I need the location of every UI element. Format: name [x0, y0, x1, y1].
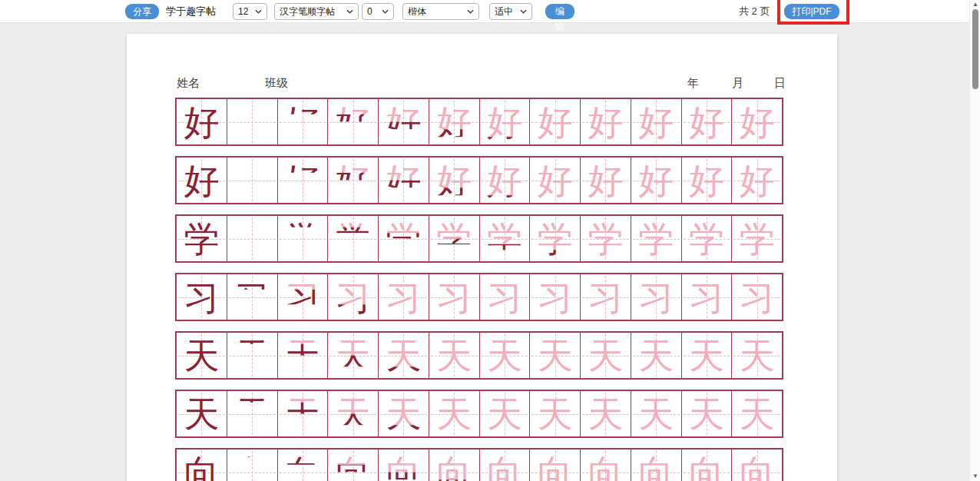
practice-cell: 好好	[227, 99, 278, 144]
practice-row: 天天天天天天天天天天天天天天天天	[175, 390, 783, 438]
scrollbar-thumb[interactable]	[972, 9, 978, 89]
practice-cell: 向向	[429, 449, 480, 481]
print-pdf-button[interactable]: 打印|PDF	[784, 4, 839, 19]
chevron-down-icon	[382, 9, 389, 14]
character-trace: 好	[328, 99, 378, 144]
practice-cell: 天	[581, 391, 631, 436]
character-trace: 学	[379, 216, 429, 261]
practice-cell: 向向	[480, 449, 531, 481]
practice-cell: 学学	[530, 216, 581, 261]
toolbar: 分享 学于趣字帖 12 汉字笔顺字帖 0 楷体 适中 编辑 共 2 页 打印|P…	[0, 0, 969, 23]
character-trace: 习	[631, 274, 681, 320]
character-trace: 天	[682, 333, 732, 378]
practice-cell: 好好	[278, 158, 329, 203]
character-trace: 好	[682, 158, 732, 203]
practice-cell: 向	[631, 449, 682, 481]
practice-row: 好好好好好好好好好好好好好好好好好好	[175, 156, 783, 204]
practice-cell: 学学	[429, 216, 480, 261]
character-ink: 好	[177, 158, 227, 203]
practice-cell: 天天	[278, 391, 329, 436]
practice-cell: 天天	[328, 391, 379, 436]
character-trace: 天	[480, 391, 530, 436]
practice-cell: 学学	[328, 216, 379, 261]
character-trace: 好	[581, 158, 631, 203]
share-button[interactable]: 分享	[125, 4, 159, 19]
practice-cell: 好好	[379, 158, 429, 203]
practice-row: 学学学学学学学学学学学学学学学学学学学学	[175, 214, 783, 263]
practice-cell: 天	[429, 333, 480, 378]
character-ink: 天	[227, 333, 277, 378]
character-ink: 学	[177, 216, 227, 261]
practice-grid: 好好好好好好好好好好好好好好好好好好好好好好好好好好好好好好好好好好好好学学学学…	[175, 98, 783, 481]
character-trace: 习	[429, 274, 479, 320]
content-area[interactable]: 姓名 班级 年 月 日 好好好好好好好好好好好好好好好好好好好好好好好好好好好好…	[0, 24, 969, 481]
spacing-value: 适中	[495, 5, 513, 18]
practice-cell: 习	[530, 274, 581, 320]
offset-select[interactable]: 0	[362, 3, 394, 20]
practice-cell: 学	[732, 216, 782, 261]
character-trace: 天	[732, 333, 782, 378]
offset-value: 0	[367, 6, 372, 17]
character-trace: 好	[631, 99, 681, 144]
app-title: 学于趣字帖	[166, 0, 216, 23]
name-label: 姓名	[177, 76, 200, 91]
practice-cell: 天	[480, 391, 531, 436]
character-trace: 向	[631, 449, 681, 481]
practice-cell: 好	[732, 158, 782, 203]
character-trace: 向	[581, 449, 631, 481]
character-ink: 天	[177, 333, 227, 378]
practice-cell: 学学	[278, 216, 329, 261]
chevron-down-icon	[520, 9, 527, 14]
practice-cell: 天	[732, 333, 782, 378]
worksheet-page: 姓名 班级 年 月 日 好好好好好好好好好好好好好好好好好好好好好好好好好好好好…	[127, 34, 837, 481]
font-family-select[interactable]: 楷体	[402, 3, 479, 20]
scrollbar[interactable]: ▲ ▼	[969, 0, 980, 481]
character-trace: 天	[732, 391, 782, 436]
character-trace: 天	[530, 333, 580, 378]
practice-cell: 天	[581, 333, 631, 378]
chevron-down-icon	[467, 9, 474, 14]
practice-cell: 向	[682, 449, 733, 481]
character-trace: 好	[278, 99, 328, 144]
practice-row: 天天天天天天天天天天天天天天天天	[175, 331, 783, 380]
practice-cell: 天天	[379, 391, 429, 436]
chevron-down-icon	[255, 9, 262, 14]
character-ink: 学	[278, 216, 328, 261]
character-trace: 好	[429, 158, 479, 203]
practice-cell: 向	[177, 449, 227, 481]
character-trace: 向	[429, 449, 479, 481]
scroll-down-arrow[interactable]: ▼	[970, 472, 980, 481]
practice-cell: 天	[682, 333, 733, 378]
spacing-select[interactable]: 适中	[489, 3, 532, 20]
practice-cell: 向向	[379, 449, 429, 481]
practice-cell: 天	[177, 333, 227, 378]
practice-cell: 学	[177, 216, 227, 261]
practice-cell: 好好	[480, 99, 531, 144]
practice-cell: 天天	[328, 333, 379, 378]
practice-cell: 天	[429, 391, 480, 436]
chevron-down-icon	[346, 9, 353, 14]
font-size-select[interactable]: 12	[233, 3, 267, 20]
scroll-up-arrow[interactable]: ▲	[970, 0, 980, 9]
practice-cell: 天天	[227, 333, 278, 378]
practice-cell: 好	[177, 99, 227, 144]
character-trace: 好	[530, 158, 580, 203]
worksheet-type-select[interactable]: 汉字笔顺字帖	[274, 3, 359, 20]
practice-cell: 学学	[227, 216, 278, 261]
character-trace: 好	[732, 99, 782, 144]
character-trace: 向	[732, 449, 782, 481]
practice-cell: 好	[530, 99, 581, 144]
edit-button[interactable]: 编辑	[545, 4, 574, 19]
character-trace: 习	[732, 274, 782, 320]
practice-cell: 天	[530, 391, 581, 436]
character-trace: 学	[631, 216, 681, 261]
practice-cell: 好	[581, 99, 631, 144]
character-trace: 习	[682, 274, 732, 320]
character-trace: 天	[480, 333, 530, 378]
practice-cell: 向向	[278, 449, 329, 481]
character-trace: 学	[581, 216, 631, 261]
character-trace: 向	[682, 449, 732, 481]
practice-cell: 天天	[278, 333, 329, 378]
practice-cell: 天	[530, 333, 581, 378]
practice-cell: 习	[480, 274, 531, 320]
